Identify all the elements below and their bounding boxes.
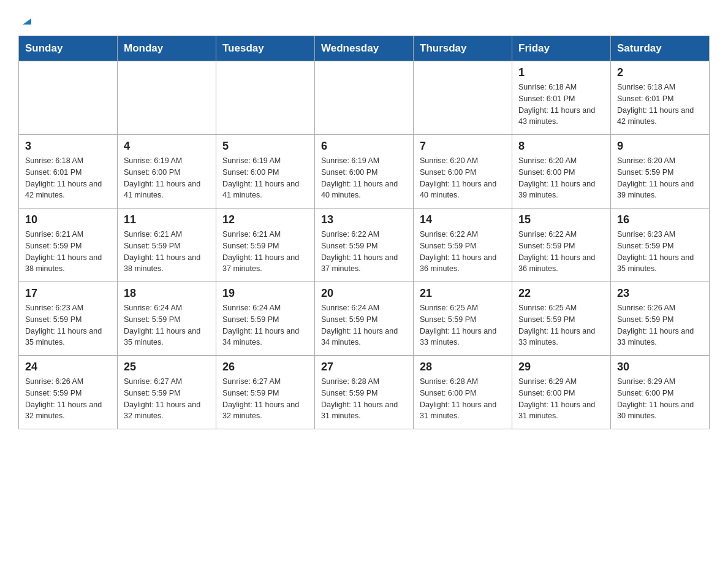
day-info: Sunrise: 6:23 AM Sunset: 5:59 PM Dayligh… bbox=[25, 302, 111, 348]
day-number: 27 bbox=[321, 361, 407, 373]
calendar-cell bbox=[19, 61, 118, 135]
calendar-cell: 12Sunrise: 6:21 AM Sunset: 5:59 PM Dayli… bbox=[216, 209, 315, 282]
calendar-cell: 17Sunrise: 6:23 AM Sunset: 5:59 PM Dayli… bbox=[19, 282, 118, 356]
week-row-3: 10Sunrise: 6:21 AM Sunset: 5:59 PM Dayli… bbox=[19, 209, 710, 282]
day-info: Sunrise: 6:22 AM Sunset: 5:59 PM Dayligh… bbox=[518, 229, 604, 275]
week-row-1: 1Sunrise: 6:18 AM Sunset: 6:01 PM Daylig… bbox=[19, 61, 710, 135]
calendar-cell: 18Sunrise: 6:24 AM Sunset: 5:59 PM Dayli… bbox=[118, 282, 216, 356]
weekday-header-wednesday: Wednesday bbox=[315, 36, 414, 61]
day-number: 13 bbox=[321, 213, 407, 226]
calendar-cell: 25Sunrise: 6:27 AM Sunset: 5:59 PM Dayli… bbox=[118, 356, 216, 429]
day-info: Sunrise: 6:18 AM Sunset: 6:01 PM Dayligh… bbox=[617, 82, 703, 128]
day-info: Sunrise: 6:28 AM Sunset: 5:59 PM Dayligh… bbox=[321, 376, 407, 422]
day-number: 22 bbox=[518, 287, 604, 300]
day-number: 3 bbox=[25, 140, 111, 153]
calendar-cell: 5Sunrise: 6:19 AM Sunset: 6:00 PM Daylig… bbox=[216, 135, 315, 209]
day-info: Sunrise: 6:19 AM Sunset: 6:00 PM Dayligh… bbox=[321, 155, 407, 201]
calendar-cell: 16Sunrise: 6:23 AM Sunset: 5:59 PM Dayli… bbox=[611, 209, 710, 282]
calendar-cell: 2Sunrise: 6:18 AM Sunset: 6:01 PM Daylig… bbox=[611, 61, 710, 135]
calendar-cell: 23Sunrise: 6:26 AM Sunset: 5:59 PM Dayli… bbox=[611, 282, 710, 356]
logo bbox=[18, 12, 34, 25]
day-info: Sunrise: 6:19 AM Sunset: 6:00 PM Dayligh… bbox=[124, 155, 210, 201]
calendar-cell: 1Sunrise: 6:18 AM Sunset: 6:01 PM Daylig… bbox=[512, 61, 611, 135]
day-info: Sunrise: 6:22 AM Sunset: 5:59 PM Dayligh… bbox=[420, 229, 506, 275]
day-info: Sunrise: 6:18 AM Sunset: 6:01 PM Dayligh… bbox=[518, 82, 604, 128]
day-info: Sunrise: 6:25 AM Sunset: 5:59 PM Dayligh… bbox=[420, 302, 506, 348]
weekday-header-row: SundayMondayTuesdayWednesdayThursdayFrid… bbox=[19, 36, 710, 61]
day-info: Sunrise: 6:25 AM Sunset: 5:59 PM Dayligh… bbox=[518, 302, 604, 348]
day-number: 23 bbox=[617, 287, 703, 300]
day-info: Sunrise: 6:21 AM Sunset: 5:59 PM Dayligh… bbox=[124, 229, 210, 275]
calendar-cell: 27Sunrise: 6:28 AM Sunset: 5:59 PM Dayli… bbox=[315, 356, 414, 429]
week-row-4: 17Sunrise: 6:23 AM Sunset: 5:59 PM Dayli… bbox=[19, 282, 710, 356]
day-info: Sunrise: 6:26 AM Sunset: 5:59 PM Dayligh… bbox=[617, 302, 703, 348]
day-number: 14 bbox=[420, 213, 506, 226]
calendar-cell: 4Sunrise: 6:19 AM Sunset: 6:00 PM Daylig… bbox=[118, 135, 216, 209]
day-info: Sunrise: 6:27 AM Sunset: 5:59 PM Dayligh… bbox=[124, 376, 210, 422]
day-number: 4 bbox=[124, 140, 210, 153]
day-number: 11 bbox=[124, 213, 210, 226]
day-number: 25 bbox=[124, 361, 210, 373]
day-number: 24 bbox=[25, 361, 111, 373]
day-info: Sunrise: 6:20 AM Sunset: 6:00 PM Dayligh… bbox=[420, 155, 506, 201]
calendar-table: SundayMondayTuesdayWednesdayThursdayFrid… bbox=[18, 36, 710, 429]
weekday-header-monday: Monday bbox=[118, 36, 216, 61]
weekday-header-tuesday: Tuesday bbox=[216, 36, 315, 61]
day-number: 28 bbox=[420, 361, 506, 373]
logo-triangle-icon bbox=[20, 13, 34, 27]
calendar-cell: 30Sunrise: 6:29 AM Sunset: 6:00 PM Dayli… bbox=[611, 356, 710, 429]
day-info: Sunrise: 6:20 AM Sunset: 5:59 PM Dayligh… bbox=[617, 155, 703, 201]
page-header bbox=[18, 12, 710, 25]
weekday-header-friday: Friday bbox=[512, 36, 611, 61]
day-info: Sunrise: 6:21 AM Sunset: 5:59 PM Dayligh… bbox=[25, 229, 111, 275]
day-info: Sunrise: 6:22 AM Sunset: 5:59 PM Dayligh… bbox=[321, 229, 407, 275]
day-info: Sunrise: 6:24 AM Sunset: 5:59 PM Dayligh… bbox=[321, 302, 407, 348]
week-row-5: 24Sunrise: 6:26 AM Sunset: 5:59 PM Dayli… bbox=[19, 356, 710, 429]
day-info: Sunrise: 6:24 AM Sunset: 5:59 PM Dayligh… bbox=[222, 302, 308, 348]
day-number: 30 bbox=[617, 361, 703, 373]
day-number: 29 bbox=[518, 361, 604, 373]
day-info: Sunrise: 6:26 AM Sunset: 5:59 PM Dayligh… bbox=[25, 376, 111, 422]
calendar-cell: 7Sunrise: 6:20 AM Sunset: 6:00 PM Daylig… bbox=[414, 135, 512, 209]
day-info: Sunrise: 6:27 AM Sunset: 5:59 PM Dayligh… bbox=[222, 376, 308, 422]
day-info: Sunrise: 6:29 AM Sunset: 6:00 PM Dayligh… bbox=[518, 376, 604, 422]
day-info: Sunrise: 6:21 AM Sunset: 5:59 PM Dayligh… bbox=[222, 229, 308, 275]
day-info: Sunrise: 6:18 AM Sunset: 6:01 PM Dayligh… bbox=[25, 155, 111, 201]
day-info: Sunrise: 6:24 AM Sunset: 5:59 PM Dayligh… bbox=[124, 302, 210, 348]
calendar-cell: 11Sunrise: 6:21 AM Sunset: 5:59 PM Dayli… bbox=[118, 209, 216, 282]
svg-marker-0 bbox=[23, 18, 31, 25]
day-info: Sunrise: 6:28 AM Sunset: 6:00 PM Dayligh… bbox=[420, 376, 506, 422]
calendar-cell: 8Sunrise: 6:20 AM Sunset: 6:00 PM Daylig… bbox=[512, 135, 611, 209]
calendar-cell: 29Sunrise: 6:29 AM Sunset: 6:00 PM Dayli… bbox=[512, 356, 611, 429]
day-info: Sunrise: 6:19 AM Sunset: 6:00 PM Dayligh… bbox=[222, 155, 308, 201]
calendar-cell: 10Sunrise: 6:21 AM Sunset: 5:59 PM Dayli… bbox=[19, 209, 118, 282]
day-number: 18 bbox=[124, 287, 210, 300]
day-info: Sunrise: 6:20 AM Sunset: 6:00 PM Dayligh… bbox=[518, 155, 604, 201]
calendar-cell: 3Sunrise: 6:18 AM Sunset: 6:01 PM Daylig… bbox=[19, 135, 118, 209]
day-number: 20 bbox=[321, 287, 407, 300]
calendar-cell: 28Sunrise: 6:28 AM Sunset: 6:00 PM Dayli… bbox=[414, 356, 512, 429]
weekday-header-thursday: Thursday bbox=[414, 36, 512, 61]
calendar-cell: 26Sunrise: 6:27 AM Sunset: 5:59 PM Dayli… bbox=[216, 356, 315, 429]
calendar-cell: 19Sunrise: 6:24 AM Sunset: 5:59 PM Dayli… bbox=[216, 282, 315, 356]
calendar-cell bbox=[315, 61, 414, 135]
week-row-2: 3Sunrise: 6:18 AM Sunset: 6:01 PM Daylig… bbox=[19, 135, 710, 209]
calendar-cell: 21Sunrise: 6:25 AM Sunset: 5:59 PM Dayli… bbox=[414, 282, 512, 356]
day-number: 12 bbox=[222, 213, 308, 226]
calendar-cell: 24Sunrise: 6:26 AM Sunset: 5:59 PM Dayli… bbox=[19, 356, 118, 429]
calendar-cell: 15Sunrise: 6:22 AM Sunset: 5:59 PM Dayli… bbox=[512, 209, 611, 282]
day-number: 16 bbox=[617, 213, 703, 226]
day-number: 2 bbox=[617, 66, 703, 79]
calendar-cell: 13Sunrise: 6:22 AM Sunset: 5:59 PM Dayli… bbox=[315, 209, 414, 282]
calendar-cell: 20Sunrise: 6:24 AM Sunset: 5:59 PM Dayli… bbox=[315, 282, 414, 356]
day-number: 17 bbox=[25, 287, 111, 300]
day-number: 1 bbox=[518, 66, 604, 79]
calendar-cell: 6Sunrise: 6:19 AM Sunset: 6:00 PM Daylig… bbox=[315, 135, 414, 209]
day-info: Sunrise: 6:23 AM Sunset: 5:59 PM Dayligh… bbox=[617, 229, 703, 275]
calendar-cell bbox=[414, 61, 512, 135]
calendar-cell bbox=[216, 61, 315, 135]
day-info: Sunrise: 6:29 AM Sunset: 6:00 PM Dayligh… bbox=[617, 376, 703, 422]
day-number: 26 bbox=[222, 361, 308, 373]
day-number: 15 bbox=[518, 213, 604, 226]
day-number: 7 bbox=[420, 140, 506, 153]
